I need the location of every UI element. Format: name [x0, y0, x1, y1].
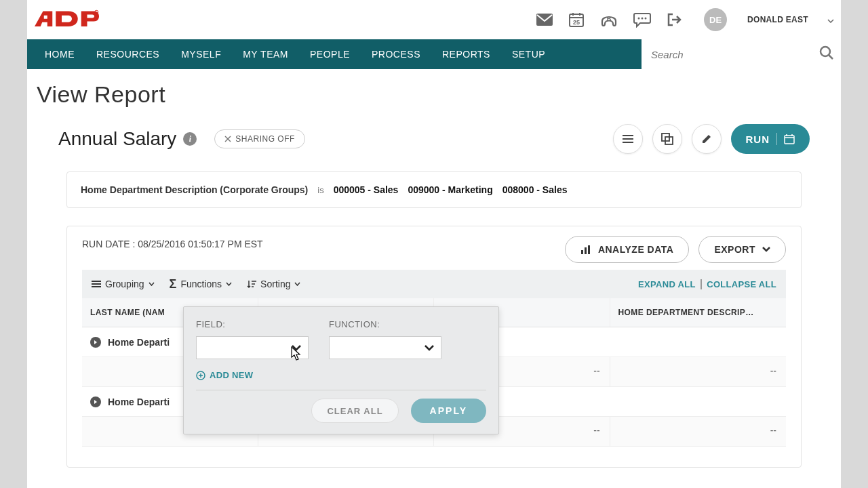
search-input[interactable]	[651, 49, 819, 60]
analyze-data-button[interactable]: ANALYZE DATA	[565, 236, 690, 263]
calendar-icon[interactable]: 25	[568, 12, 585, 28]
close-icon	[224, 136, 231, 142]
chevron-down-icon	[149, 282, 155, 286]
agg-cell: --	[610, 357, 786, 386]
svg-rect-26	[588, 245, 590, 254]
functions-menu[interactable]: Σ Functions	[170, 277, 233, 291]
filter-value-0: 000005 - Sales	[334, 184, 399, 195]
username-label: DONALD EAST	[747, 15, 808, 24]
collapse-all-link[interactable]: COLLAPSE ALL	[707, 279, 776, 289]
sorting-label: Sorting	[260, 279, 290, 289]
filter-summary: Home Department Description (Corporate G…	[66, 171, 802, 208]
svg-rect-20	[785, 136, 794, 144]
sharing-label: SHARING OFF	[235, 134, 295, 144]
sorting-menu[interactable]: Sorting	[247, 279, 300, 289]
filter-value-2: 008000 - Sales	[502, 184, 568, 195]
logout-icon[interactable]	[666, 12, 682, 28]
user-menu-caret-icon[interactable]	[827, 14, 834, 26]
grouping-label: Grouping	[105, 279, 144, 289]
run-date-label: RUN DATE :	[82, 239, 135, 249]
plus-circle-icon	[196, 371, 205, 380]
chevron-down-icon	[294, 282, 300, 286]
export-button[interactable]: EXPORT	[698, 236, 786, 263]
list-view-button[interactable]	[613, 124, 643, 154]
grouping-menu[interactable]: Grouping	[92, 279, 155, 289]
search-box[interactable]	[642, 39, 841, 69]
add-new-button[interactable]: ADD NEW	[196, 370, 486, 380]
svg-line-12	[829, 55, 833, 59]
chat-icon[interactable]	[633, 12, 651, 28]
svg-point-9	[642, 18, 644, 20]
clear-all-button[interactable]: CLEAR ALL	[311, 399, 398, 423]
functions-label: Functions	[180, 279, 222, 289]
bridge-icon[interactable]: B	[599, 12, 618, 28]
field-label: FIELD:	[196, 319, 309, 329]
nav-resources[interactable]: RESOURCES	[85, 49, 170, 60]
apply-button[interactable]: APPLY	[411, 399, 486, 423]
chevron-down-icon	[292, 345, 301, 351]
info-icon[interactable]: i	[183, 132, 197, 146]
search-icon[interactable]	[819, 45, 834, 63]
copy-button[interactable]	[652, 124, 682, 154]
sharing-toggle[interactable]: SHARING OFF	[214, 129, 305, 148]
svg-point-11	[821, 47, 830, 56]
mail-icon[interactable]	[536, 13, 553, 26]
chevron-down-icon	[762, 247, 770, 252]
run-label: RUN	[746, 134, 770, 145]
edit-button[interactable]	[692, 124, 722, 154]
agg-cell: --	[610, 417, 786, 446]
run-date-value: 08/25/2016 01:50:17 PM EST	[138, 239, 262, 249]
expand-group-icon[interactable]	[90, 337, 101, 348]
export-label: EXPORT	[714, 244, 755, 255]
chevron-down-icon	[226, 282, 232, 286]
svg-text:B: B	[607, 16, 612, 22]
svg-point-10	[645, 18, 647, 20]
avatar[interactable]: DE	[704, 8, 727, 31]
chart-icon	[580, 245, 591, 254]
adp-logo[interactable]	[31, 7, 99, 32]
run-button[interactable]: RUN	[731, 124, 810, 154]
sigma-icon: Σ	[170, 277, 177, 291]
svg-text:25: 25	[573, 19, 580, 26]
nav-home[interactable]: HOME	[34, 49, 85, 60]
hamburger-icon	[92, 280, 101, 288]
nav-setup[interactable]: SETUP	[501, 49, 556, 60]
field-select[interactable]	[196, 336, 309, 359]
function-label: FUNCTION:	[329, 319, 441, 329]
table-toolbar: Grouping Σ Functions Sorting EXPAND ALL …	[82, 270, 786, 298]
col-dept[interactable]: HOME DEPARTMENT DESCRIP…	[610, 298, 786, 327]
analyze-label: ANALYZE DATA	[598, 244, 674, 255]
svg-rect-25	[585, 247, 587, 254]
svg-rect-1	[536, 14, 553, 26]
calendar-small-icon	[784, 134, 795, 144]
group-label: Home Departi	[108, 396, 170, 407]
filter-value-1: 009000 - Marketing	[408, 184, 492, 195]
nav-myself[interactable]: MYSELF	[170, 49, 232, 60]
functions-popover: FIELD: FUNCTION: ADD NEW CLEAR ALL APPLY	[183, 306, 499, 434]
add-new-label: ADD NEW	[210, 370, 253, 380]
expand-group-icon[interactable]	[90, 396, 101, 407]
report-header: Annual Salary i SHARING OFF RUN	[37, 124, 831, 154]
svg-point-8	[638, 18, 640, 20]
filter-field: Home Department Description (Corporate G…	[81, 184, 308, 195]
chevron-down-icon	[425, 345, 434, 351]
group-label: Home Departi	[108, 337, 170, 348]
svg-rect-24	[581, 250, 583, 254]
function-select[interactable]	[329, 336, 441, 359]
main-nav: HOME RESOURCES MYSELF MY TEAM PEOPLE PRO…	[27, 39, 841, 69]
nav-my-team[interactable]: MY TEAM	[232, 49, 299, 60]
page-title: View Report	[37, 81, 831, 108]
nav-reports[interactable]: REPORTS	[431, 49, 501, 60]
nav-process[interactable]: PROCESS	[361, 49, 431, 60]
top-bar: 25 B DE DONALD EAST	[27, 0, 841, 39]
nav-people[interactable]: PEOPLE	[299, 49, 361, 60]
top-icon-bar: 25 B DE DONALD EAST	[536, 8, 834, 31]
filter-operator: is	[317, 185, 323, 195]
expand-all-link[interactable]: EXPAND ALL	[638, 279, 696, 289]
sort-icon	[247, 279, 256, 289]
report-name: Annual Salary	[58, 128, 176, 150]
separator: |	[700, 278, 703, 290]
